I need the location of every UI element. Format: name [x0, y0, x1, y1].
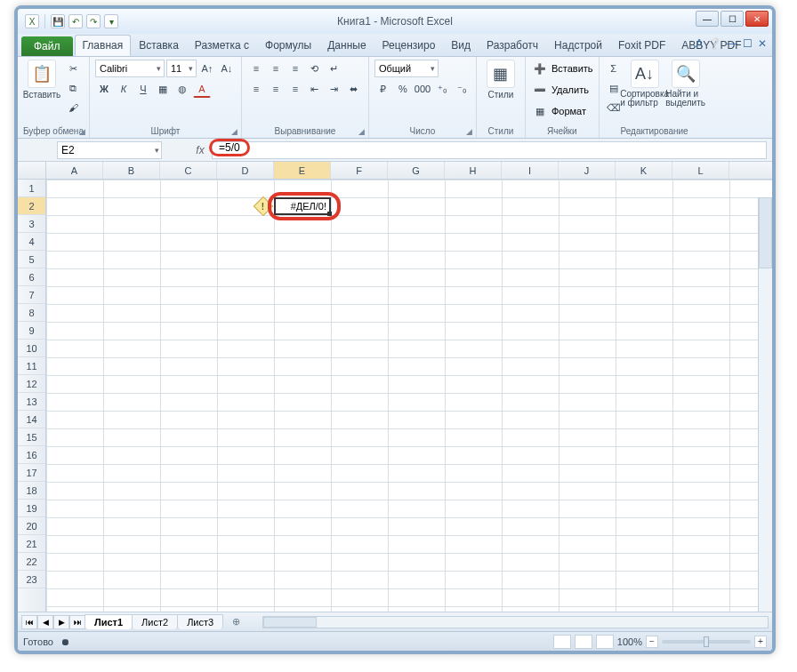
excel-icon[interactable]: X: [25, 14, 39, 28]
row-header[interactable]: 2: [18, 197, 45, 215]
align-dialog-icon[interactable]: ◢: [358, 127, 365, 136]
align-bottom-button[interactable]: ≡: [286, 60, 304, 77]
cut-button[interactable]: ✂: [64, 60, 82, 77]
column-header[interactable]: J: [559, 162, 616, 179]
doc-close-icon[interactable]: ✕: [758, 37, 767, 50]
increase-decimal-button[interactable]: ⁺₀: [433, 80, 451, 98]
italic-button[interactable]: К: [115, 80, 133, 98]
row-header[interactable]: 6: [18, 268, 45, 286]
row-header[interactable]: 15: [18, 428, 45, 446]
row-header[interactable]: 13: [18, 393, 45, 411]
selected-cell[interactable]: #ДЕЛ/0!: [274, 197, 331, 215]
align-middle-button[interactable]: ≡: [267, 60, 285, 77]
align-left-button[interactable]: ≡: [247, 80, 265, 98]
insert-label[interactable]: Вставить: [551, 63, 593, 74]
paste-button[interactable]: 📋 Вставить: [23, 60, 60, 100]
autosum-button[interactable]: Σ: [605, 60, 623, 77]
file-tab[interactable]: Файл: [21, 36, 73, 56]
row-header[interactable]: 9: [18, 322, 45, 340]
minimize-ribbon-icon[interactable]: ᐱ: [696, 37, 703, 50]
minimize-button[interactable]: —: [696, 11, 719, 27]
maximize-button[interactable]: ☐: [721, 11, 744, 27]
underline-button[interactable]: Ч: [134, 80, 152, 98]
column-header[interactable]: H: [445, 162, 502, 179]
qat-customize-icon[interactable]: ▾: [104, 14, 118, 28]
new-sheet-button[interactable]: ⊕: [227, 616, 245, 628]
border-button[interactable]: ▦: [154, 80, 172, 98]
zoom-in-button[interactable]: +: [754, 636, 767, 648]
column-header[interactable]: F: [331, 162, 388, 179]
tab-view[interactable]: Вид: [443, 35, 479, 56]
tab-foxit[interactable]: Foxit PDF: [610, 35, 673, 56]
row-header[interactable]: 19: [18, 500, 45, 517]
comma-button[interactable]: 000: [414, 80, 431, 98]
column-header[interactable]: G: [388, 162, 445, 179]
fill-color-button[interactable]: ◍: [173, 80, 191, 98]
grow-font-button[interactable]: A↑: [198, 60, 216, 77]
sheet-tab[interactable]: Лист3: [177, 614, 223, 629]
tab-data[interactable]: Данные: [319, 35, 374, 56]
horizontal-scrollbar[interactable]: [262, 616, 769, 628]
row-header[interactable]: 8: [18, 304, 45, 322]
number-dialog-icon[interactable]: ◢: [466, 127, 472, 136]
styles-button[interactable]: ▦ Стили: [482, 60, 519, 100]
font-size-combo[interactable]: 11: [166, 60, 197, 77]
insert-cells-button[interactable]: ➕: [531, 60, 549, 77]
row-header[interactable]: 4: [18, 233, 45, 251]
find-select-button[interactable]: 🔍 Найти и выделить: [667, 60, 704, 108]
column-header[interactable]: B: [103, 162, 160, 179]
tab-formulas[interactable]: Формулы: [257, 35, 319, 56]
wrap-text-button[interactable]: ↵: [326, 60, 343, 77]
row-header[interactable]: 20: [18, 517, 45, 535]
sort-filter-button[interactable]: A↓ Сортировка и фильтр: [626, 60, 664, 108]
sheet-nav-first[interactable]: ⏮: [21, 615, 37, 629]
font-dialog-icon[interactable]: ◢: [231, 127, 237, 136]
fx-icon[interactable]: fx: [192, 142, 208, 158]
format-label[interactable]: Формат: [551, 106, 586, 116]
row-header[interactable]: 3: [18, 215, 45, 233]
row-header[interactable]: 21: [18, 535, 45, 553]
cells-area[interactable]: ! #ДЕЛ/0!: [46, 180, 772, 612]
doc-min-icon[interactable]: —: [727, 37, 737, 50]
font-color-button[interactable]: A: [193, 80, 211, 98]
column-header[interactable]: I: [502, 162, 559, 179]
format-cells-button[interactable]: ▦: [531, 102, 549, 120]
zoom-slider[interactable]: [662, 640, 751, 644]
view-layout-button[interactable]: [575, 635, 592, 649]
row-header[interactable]: 17: [18, 464, 45, 482]
zoom-level[interactable]: 100%: [617, 636, 642, 647]
currency-button[interactable]: ₽: [374, 80, 392, 98]
save-icon[interactable]: 💾: [51, 14, 65, 28]
shrink-font-button[interactable]: A↓: [218, 60, 236, 77]
tab-layout[interactable]: Разметка с: [187, 35, 257, 56]
orientation-button[interactable]: ⟲: [306, 60, 324, 77]
sheet-nav-prev[interactable]: ◀: [37, 615, 53, 629]
sheet-nav-last[interactable]: ⏭: [69, 615, 85, 629]
view-pagebreak-button[interactable]: [596, 635, 614, 649]
tab-insert[interactable]: Вставка: [131, 35, 187, 56]
sheet-tab[interactable]: Лист1: [85, 614, 133, 629]
align-top-button[interactable]: ≡: [247, 60, 265, 77]
row-header[interactable]: 23: [18, 571, 45, 588]
formula-bar[interactable]: =5/0: [212, 141, 767, 159]
column-header[interactable]: D: [217, 162, 274, 179]
close-button[interactable]: ✕: [745, 11, 769, 27]
column-header[interactable]: E: [274, 162, 331, 179]
clipboard-dialog-icon[interactable]: ◢: [79, 127, 85, 136]
percent-button[interactable]: %: [394, 80, 412, 98]
name-box-dropdown-icon[interactable]: ▾: [155, 146, 159, 155]
view-normal-button[interactable]: [553, 635, 571, 649]
row-header[interactable]: 16: [18, 446, 45, 464]
tab-addins[interactable]: Надстрой: [546, 35, 610, 56]
number-format-combo[interactable]: Общий: [374, 60, 439, 77]
fill-handle[interactable]: [327, 212, 332, 216]
merge-button[interactable]: ⬌: [345, 80, 363, 98]
row-header[interactable]: 5: [18, 251, 45, 268]
column-header[interactable]: C: [160, 162, 217, 179]
sheet-tab[interactable]: Лист2: [132, 614, 178, 629]
name-box[interactable]: E2 ▾: [57, 141, 162, 159]
delete-cells-button[interactable]: ➖: [531, 81, 549, 99]
row-header[interactable]: 10: [18, 340, 45, 357]
indent-dec-button[interactable]: ⇤: [306, 80, 324, 98]
sheet-nav-next[interactable]: ▶: [53, 615, 69, 629]
